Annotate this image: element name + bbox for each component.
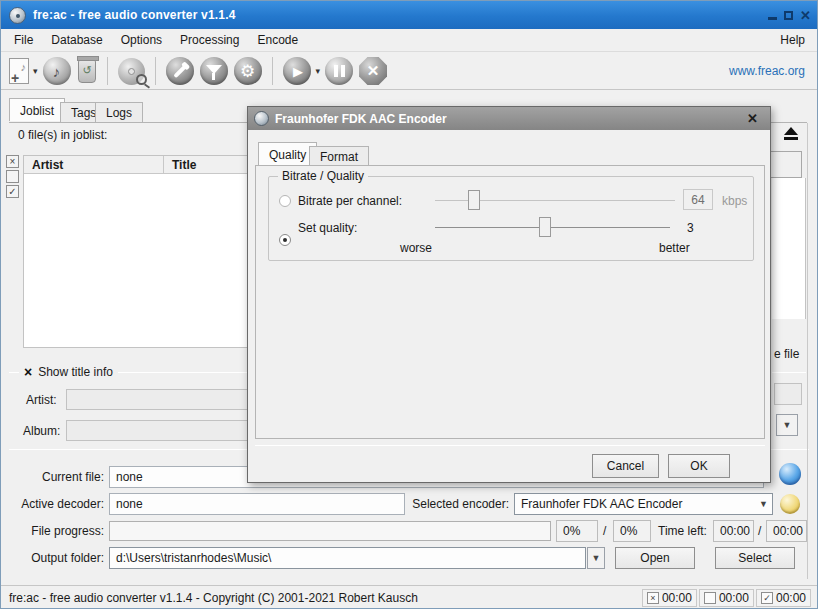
- open-folder-button[interactable]: Open: [615, 547, 695, 569]
- encoder-settings-icon[interactable]: ⚙: [234, 57, 262, 85]
- encoder-config-dialog: Fraunhofer FDK AAC Encoder ✕ Quality For…: [247, 106, 771, 483]
- file-progress-bar: [109, 521, 551, 541]
- add-files-icon[interactable]: [9, 58, 29, 84]
- start-encoding-icon[interactable]: ▶: [283, 57, 311, 85]
- bitrate-label: Bitrate per channel:: [298, 194, 402, 208]
- bitrate-slider-thumb[interactable]: [468, 190, 480, 210]
- right-list-fragment: [772, 178, 806, 319]
- window-title: fre:ac - free audio converter v1.1.4: [33, 8, 236, 22]
- select-none-button[interactable]: [6, 170, 19, 183]
- menu-help[interactable]: Help: [770, 30, 815, 50]
- eject-button[interactable]: [784, 127, 798, 140]
- close-button[interactable]: ✕: [800, 9, 811, 22]
- group-label: Bitrate / Quality: [278, 169, 368, 183]
- dialog-tab-format[interactable]: Format: [309, 146, 369, 167]
- file-progress-label: File progress:: [1, 524, 104, 538]
- stop-encoding-icon[interactable]: ✕: [359, 57, 387, 85]
- empty-box-icon: [704, 592, 716, 604]
- open-joblist-icon[interactable]: ♪: [43, 57, 71, 85]
- selected-encoder-combo[interactable]: Fraunhofer FDK AAC Encoder ▼: [514, 493, 773, 515]
- bitrate-quality-group: Bitrate / Quality Bitrate per channel: 6…: [268, 176, 754, 261]
- show-title-info-checkbox[interactable]: × Show title info: [19, 364, 118, 380]
- clear-joblist-icon[interactable]: [78, 59, 96, 83]
- time-total: ✓ 00:00: [756, 589, 811, 607]
- menu-database[interactable]: Database: [42, 30, 111, 50]
- drive-combo-fragment[interactable]: [769, 151, 802, 178]
- slash: /: [758, 524, 761, 538]
- selected-encoder-label: Selected encoder:: [406, 497, 509, 511]
- add-files-dropdown-icon[interactable]: ▾: [33, 66, 38, 76]
- output-folder-value: d:\Users\tristanrhodes\Music\: [110, 551, 585, 565]
- right-field-fragment: [774, 383, 802, 405]
- menu-file[interactable]: File: [5, 30, 42, 50]
- encoder-combo-arrow-icon[interactable]: ▼: [755, 494, 772, 514]
- toolbar-separator: [272, 57, 273, 85]
- select-all-button[interactable]: ×: [6, 155, 19, 168]
- menu-encode[interactable]: Encode: [248, 30, 307, 50]
- dialog-close-button[interactable]: ✕: [741, 111, 764, 126]
- worse-label: worse: [400, 241, 432, 255]
- quality-tab-panel: Bitrate / Quality Bitrate per channel: 6…: [255, 165, 765, 439]
- output-folder-combo[interactable]: d:\Users\tristanrhodes\Music\: [109, 547, 586, 569]
- output-folder-arrow-icon[interactable]: ▼: [587, 547, 605, 569]
- quality-value: 3: [687, 221, 694, 235]
- active-decoder-label: Active decoder:: [1, 497, 104, 511]
- maximize-button[interactable]: [784, 11, 793, 20]
- bitrate-radio[interactable]: [279, 195, 291, 207]
- album-label: Album:: [23, 424, 60, 438]
- quality-radio[interactable]: [279, 234, 291, 246]
- general-settings-icon[interactable]: [166, 57, 194, 85]
- pane-right-edge: [807, 123, 808, 579]
- checked-box-icon: ×: [647, 592, 659, 604]
- cddb-query-icon[interactable]: [118, 58, 145, 85]
- quality-slider-thumb[interactable]: [539, 217, 551, 237]
- better-label: better: [659, 241, 690, 255]
- magnifier-handle: [144, 83, 150, 88]
- menu-processing[interactable]: Processing: [171, 30, 248, 50]
- time-unselected: 00:00: [699, 589, 754, 607]
- tab-joblist[interactable]: Joblist: [9, 98, 65, 121]
- right-etch-line: [772, 372, 806, 373]
- checkbox-x-mark: ×: [24, 364, 32, 380]
- active-decoder-field: none: [109, 493, 405, 515]
- titlebar[interactable]: fre:ac - free audio converter v1.1.4 ✕: [1, 1, 818, 29]
- menu-options[interactable]: Options: [112, 30, 171, 50]
- quality-slider-track[interactable]: [435, 227, 670, 228]
- processing-sphere-icon[interactable]: [779, 463, 801, 485]
- ok-button[interactable]: OK: [668, 454, 730, 478]
- show-title-info-label: Show title info: [38, 365, 113, 379]
- statusbar: fre:ac - free audio converter v1.1.4 - C…: [1, 585, 818, 609]
- dialog-titlebar[interactable]: Fraunhofer FDK AAC Encoder ✕: [248, 107, 770, 130]
- right-combo-arrow-icon[interactable]: ▼: [776, 414, 798, 436]
- artist-label: Artist:: [26, 393, 57, 407]
- tab-logs[interactable]: Logs: [95, 102, 143, 123]
- dialog-separator: [255, 445, 765, 446]
- check-box-icon: ✓: [761, 592, 773, 604]
- configure-encoder-icon[interactable]: [780, 494, 800, 514]
- disc-hole: [128, 68, 135, 75]
- toolbar: ▾ ♪ ⚙ ▶ ▾ ✕ www.freac.org: [1, 53, 818, 90]
- toolbar-separator: [155, 57, 156, 85]
- toggle-selection-button[interactable]: ✓: [6, 185, 19, 198]
- time-left-total: 00:00: [766, 520, 807, 542]
- single-file-label-fragment: e file: [774, 347, 799, 361]
- minimize-button[interactable]: [768, 17, 777, 20]
- statusbar-text: fre:ac - free audio converter v1.1.4 - C…: [9, 591, 418, 605]
- app-disc-icon: [9, 7, 26, 24]
- column-title[interactable]: Title: [164, 156, 204, 173]
- slash: /: [603, 524, 606, 538]
- quality-label: Set quality:: [298, 221, 357, 235]
- signal-processing-icon[interactable]: [200, 57, 228, 85]
- start-encoding-dropdown-icon[interactable]: ▾: [316, 66, 321, 76]
- dialog-disc-icon: [254, 111, 269, 126]
- cancel-button[interactable]: Cancel: [592, 454, 659, 478]
- time-selected: × 00:00: [642, 589, 697, 607]
- bitrate-value: 64: [683, 189, 713, 210]
- main-window: fre:ac - free audio converter v1.1.4 ✕ F…: [0, 0, 818, 609]
- select-folder-button[interactable]: Select: [715, 547, 795, 569]
- time-left-label: Time left:: [658, 524, 707, 538]
- website-link[interactable]: www.freac.org: [729, 64, 813, 78]
- total-progress-percent: 0%: [613, 520, 651, 542]
- column-artist[interactable]: Artist: [24, 156, 164, 173]
- pause-encoding-icon[interactable]: [325, 57, 353, 85]
